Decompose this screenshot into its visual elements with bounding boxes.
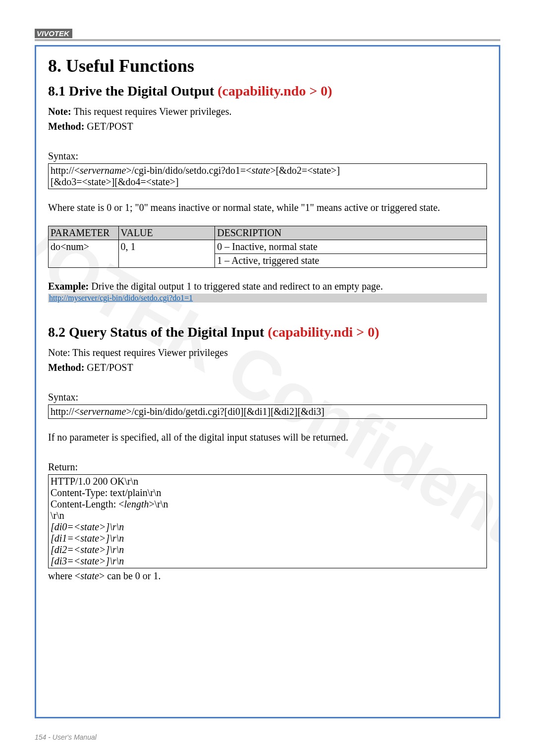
- ret-l2: Content-Type: text/plain\r\n: [51, 487, 161, 498]
- th-param: PARAMETER: [49, 226, 119, 240]
- example-label: Example:: [48, 281, 91, 292]
- heading-8-2-cap: (capability.ndi > 0): [268, 324, 379, 340]
- method2-value: GET/POST: [87, 362, 133, 373]
- td-desc2: 1 – Active, triggered state: [215, 254, 487, 268]
- note-label: Note:: [48, 106, 74, 117]
- example-line: Example: Drive the digital output 1 to t…: [48, 279, 487, 294]
- method2-label: Method:: [48, 362, 87, 373]
- syntax1-state: state: [252, 165, 270, 176]
- method-value: GET/POST: [87, 121, 133, 132]
- return-box: HTTP/1.0 200 OK\r\n Content-Type: text/p…: [48, 474, 487, 568]
- syntax-box-1: http://<servername>/cgi-bin/dido/setdo.c…: [48, 163, 487, 189]
- main-frame: VIVOTEK Confidential 8. Useful Functions…: [35, 45, 500, 718]
- th-desc: DESCRIPTION: [215, 226, 487, 240]
- syntax-label-1: Syntax:: [48, 149, 487, 163]
- syntax2-pre: http://<: [51, 406, 80, 417]
- sec1-method: Method: GET/POST: [48, 119, 487, 134]
- content: 8. Useful Functions 8.1 Drive the Digita…: [48, 55, 487, 583]
- heading-8-1: 8.1 Drive the Digital Output (capability…: [48, 83, 487, 99]
- td-param: do<num>: [49, 240, 119, 268]
- syntax-label-2: Syntax:: [48, 390, 487, 404]
- ret-l8: [di3=<state>]\r\n: [51, 555, 124, 566]
- ret-l1: HTTP/1.0 200 OK\r\n: [51, 476, 138, 487]
- sec1-note: Note: This request requires Viewer privi…: [48, 104, 487, 119]
- ret-l3c: >\r\n: [149, 499, 168, 509]
- ret-l3a: Content-Length: <: [51, 499, 124, 509]
- brand-logo: VIVOTEK: [35, 29, 72, 38]
- syntax2-post: >/cgi-bin/dido/getdi.cgi?[di0][&di1][&di…: [126, 406, 324, 417]
- ret-l7: [di2=<state>]\r\n: [51, 544, 124, 555]
- sec2-note: Note: This request requires Viewer privi…: [48, 345, 487, 360]
- syntax2-srv: servername: [80, 406, 126, 417]
- syntax1-line2: [&do3=<state>][&do4=<state>]: [51, 176, 179, 187]
- heading-8-1-cap: (capability.ndo > 0): [217, 83, 332, 99]
- ret-l5: [di0=<state>]\r\n: [51, 521, 124, 532]
- method-label: Method:: [48, 121, 87, 132]
- return-label: Return:: [48, 459, 487, 474]
- td-desc1: 0 – Inactive, normal state: [215, 240, 487, 254]
- heading-8-2: 8.2 Query Status of the Digital Input (c…: [48, 324, 487, 340]
- th-value: VALUE: [118, 226, 215, 240]
- where-c: > can be 0 or 1.: [99, 570, 161, 581]
- td-value: 0, 1: [118, 240, 215, 268]
- where-line: where <state> can be 0 or 1.: [48, 568, 487, 583]
- where-b: state: [80, 570, 99, 581]
- syntax-box-2: http://<servername>/cgi-bin/dido/getdi.c…: [48, 404, 487, 419]
- note-text: This request requires Viewer privileges.: [74, 106, 232, 117]
- syntax1-mid2: >[&do2=<state>]: [270, 165, 340, 176]
- heading-8-1-main: 8.1 Drive the Digital Output: [48, 83, 217, 99]
- where-a: where <: [48, 570, 80, 581]
- syntax1-mid1: >/cgi-bin/dido/setdo.cgi?do1=<: [126, 165, 251, 176]
- header-bar: VIVOTEK: [35, 29, 500, 41]
- noparam-text: If no parameter is specified, all of the…: [48, 430, 487, 445]
- example-text: Drive the digital output 1 to triggered …: [91, 281, 383, 292]
- sec2-method: Method: GET/POST: [48, 360, 487, 375]
- state-explain: Where state is 0 or 1; "0" means inactiv…: [48, 200, 487, 215]
- footer-page: 154 - User's Manual: [35, 733, 97, 741]
- example-link[interactable]: http://myserver/cgi-bin/dido/setdo.cgi?d…: [48, 294, 487, 302]
- ret-l4: \r\n: [51, 510, 64, 521]
- ret-l6: [di1=<state>]\r\n: [51, 533, 124, 544]
- params-table: PARAMETER VALUE DESCRIPTION do<num> 0, 1…: [48, 226, 487, 268]
- ret-l3b: length: [124, 499, 149, 509]
- heading-8-2-main: 8.2 Query Status of the Digital Input: [48, 324, 268, 340]
- syntax1-pre: http://<: [51, 165, 80, 176]
- syntax1-srv: servername: [80, 165, 126, 176]
- heading-1: 8. Useful Functions: [48, 55, 487, 76]
